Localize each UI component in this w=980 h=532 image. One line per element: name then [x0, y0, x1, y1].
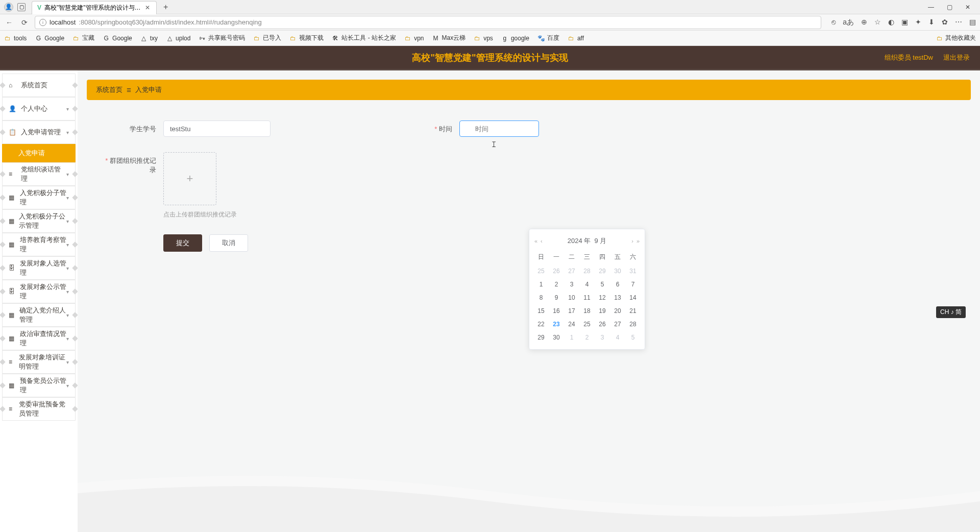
bookmark-item[interactable]: △txy	[140, 34, 158, 42]
date-cell[interactable]: 2	[579, 331, 595, 344]
bookmark-item[interactable]: 🗀宝藏	[72, 34, 94, 42]
upload-box[interactable]: +	[163, 152, 216, 205]
date-cell[interactable]: 11	[579, 291, 595, 304]
date-cell[interactable]: 28	[579, 264, 595, 278]
date-cell[interactable]: 14	[625, 291, 641, 304]
date-cell[interactable]: 1	[533, 278, 549, 291]
bookmark-item[interactable]: 🗀tools	[4, 34, 27, 42]
sidebar-item[interactable]: ▦入党积极分子管理▾	[2, 186, 76, 209]
favorites-bar-icon[interactable]: ✦	[915, 18, 921, 27]
date-cell[interactable]: 10	[564, 291, 579, 304]
date-cell[interactable]: 6	[610, 278, 625, 291]
sidebar-item[interactable]: ▦预备党员公示管理▾	[2, 374, 76, 397]
reader-icon[interactable]: ⎋	[831, 18, 836, 27]
date-cell[interactable]: 23	[549, 318, 564, 331]
close-window-icon[interactable]: ✕	[963, 4, 973, 11]
date-cell[interactable]: 7	[625, 278, 641, 291]
date-cell[interactable]: 19	[595, 304, 610, 318]
date-cell[interactable]: 3	[595, 331, 610, 344]
date-cell[interactable]: 4	[610, 331, 625, 344]
date-cell[interactable]: 25	[533, 264, 549, 278]
date-cell[interactable]: 20	[610, 304, 625, 318]
next-year-icon[interactable]: »	[636, 238, 640, 244]
date-cell[interactable]: 5	[595, 278, 610, 291]
maximize-icon[interactable]: ▢	[944, 4, 954, 11]
bookmark-item[interactable]: 🗀视频下载	[289, 34, 324, 42]
bookmark-item[interactable]: GGoogle	[103, 34, 132, 42]
cancel-button[interactable]: 取消	[209, 234, 248, 252]
sidebar-item[interactable]: 🗄发展对象公示管理▾	[2, 280, 76, 303]
date-cell[interactable]: 12	[595, 291, 610, 304]
date-cell[interactable]: 2	[549, 278, 564, 291]
sidebar-item[interactable]: ⌂系统首页	[2, 74, 76, 97]
datepicker-year[interactable]: 2024 年	[568, 236, 591, 246]
date-cell[interactable]: 3	[564, 278, 579, 291]
date-cell[interactable]: 27	[564, 264, 579, 278]
profile-icon[interactable]: 👤	[4, 3, 13, 12]
date-cell[interactable]: 26	[549, 264, 564, 278]
prev-year-icon[interactable]: «	[534, 238, 537, 244]
bookmark-item[interactable]: △uplod	[166, 34, 190, 42]
date-cell[interactable]: 30	[610, 264, 625, 278]
bookmark-item[interactable]: MMax云梯	[432, 34, 466, 42]
bookmark-item[interactable]: 🛠站长工具 - 站长之家	[332, 34, 396, 42]
minimize-icon[interactable]: —	[926, 4, 936, 11]
date-cell[interactable]: 17	[564, 304, 579, 318]
date-cell[interactable]: 27	[610, 318, 625, 331]
sidebar-item[interactable]: 👤个人中心▾	[2, 97, 76, 120]
user-label[interactable]: 组织委员 testDw	[885, 53, 933, 62]
sidebar-item[interactable]: ▦入党积极分子公示管理▾	[2, 209, 76, 233]
logout-link[interactable]: 退出登录	[943, 53, 970, 62]
prev-month-icon[interactable]: ‹	[541, 238, 543, 244]
date-cell[interactable]: 29	[533, 331, 549, 344]
date-cell[interactable]: 8	[533, 291, 549, 304]
sidebar-subitem-active[interactable]: 入党申请	[2, 144, 76, 162]
bookmark-item[interactable]: 🗀vpn	[404, 34, 424, 42]
collections-icon[interactable]: ▣	[901, 18, 908, 27]
new-tab-button[interactable]: +	[160, 3, 172, 12]
other-bookmarks[interactable]: 🗀 其他收藏夹	[937, 34, 976, 42]
date-cell[interactable]: 28	[625, 318, 641, 331]
date-cell[interactable]: 5	[625, 331, 641, 344]
next-month-icon[interactable]: ›	[631, 238, 633, 244]
date-cell[interactable]: 13	[610, 291, 625, 304]
datepicker-month[interactable]: 9 月	[594, 236, 606, 246]
download-icon[interactable]: ⬇	[928, 18, 935, 27]
address-bar[interactable]: i localhost:8080/springbootq630j/admin/d…	[35, 16, 821, 29]
site-info-icon[interactable]: i	[39, 19, 46, 26]
bookmark-item[interactable]: ggoogle	[501, 34, 529, 42]
date-cell[interactable]: 30	[549, 331, 564, 344]
bookmark-item[interactable]: 🗀vps	[474, 34, 493, 42]
sidebar-item[interactable]: ▦培养教育考察管理▾	[2, 233, 76, 256]
time-input[interactable]	[459, 120, 539, 137]
close-tab-icon[interactable]: ✕	[144, 4, 151, 11]
date-cell[interactable]: 29	[595, 264, 610, 278]
date-cell[interactable]: 16	[549, 304, 564, 318]
bookmark-item[interactable]: 🗝共享账号密码	[199, 34, 245, 42]
date-cell[interactable]: 21	[625, 304, 641, 318]
zoom-icon[interactable]: ⊕	[861, 18, 867, 27]
refresh-button[interactable]: ⟳	[19, 18, 30, 27]
bookmark-item[interactable]: GGoogle	[35, 34, 64, 42]
sidebar-item[interactable]: 🗄发展对象人选管理▾	[2, 256, 76, 280]
sidepanel-icon[interactable]: ▤	[969, 18, 976, 27]
date-cell[interactable]: 31	[625, 264, 641, 278]
bookmark-item[interactable]: 🗀已导入	[253, 34, 281, 42]
browser-tab[interactable]: V 高校"智慧党建"管理系统的设计与… ✕	[32, 1, 157, 14]
date-cell[interactable]: 9	[549, 291, 564, 304]
ext2-icon[interactable]: ✿	[942, 18, 948, 27]
date-cell[interactable]: 22	[533, 318, 549, 331]
ext1-icon[interactable]: ◐	[888, 18, 894, 27]
date-cell[interactable]: 1	[564, 331, 579, 344]
date-cell[interactable]: 15	[533, 304, 549, 318]
sidebar-item[interactable]: 📋入党申请管理▾	[2, 120, 76, 144]
submit-button[interactable]: 提交	[163, 234, 202, 252]
back-button[interactable]: ←	[4, 18, 14, 27]
sidebar-item[interactable]: ▦确定入党介绍人管理▾	[2, 303, 76, 327]
sidebar-item[interactable]: ≡发展对象培训证明管理▾	[2, 350, 76, 374]
date-cell[interactable]: 26	[595, 318, 610, 331]
breadcrumb-home[interactable]: 系统首页	[96, 85, 122, 94]
bookmark-item[interactable]: 🐾百度	[537, 34, 559, 42]
sidebar-item[interactable]: ≡党组织谈话管理▾	[2, 162, 76, 186]
tab-overview-icon[interactable]: ▢	[17, 3, 26, 11]
